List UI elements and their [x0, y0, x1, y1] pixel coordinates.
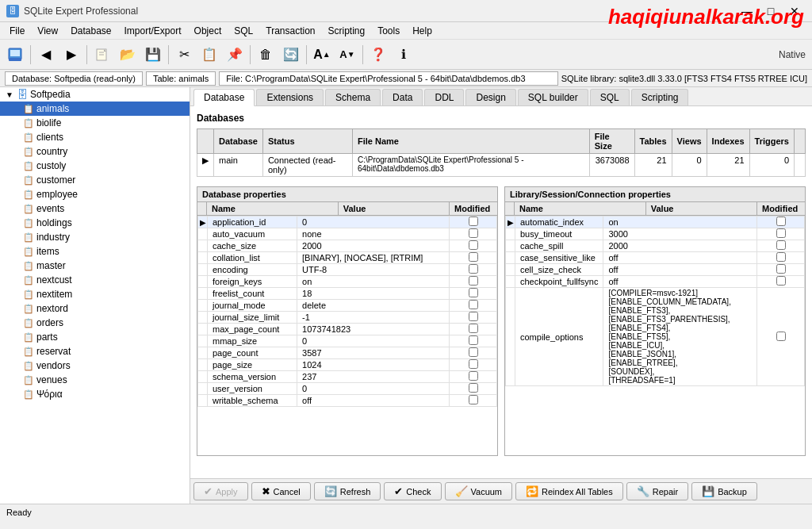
tree-table-clients[interactable]: 📋 clients	[0, 130, 190, 144]
tab-extensions[interactable]: Extensions	[256, 89, 324, 105]
tab-schema[interactable]: Schema	[325, 89, 381, 105]
apply-button[interactable]: ✔ Apply	[193, 482, 248, 500]
tree-table-country[interactable]: 📋 country	[0, 144, 190, 159]
toolbar-cut-btn[interactable]: ✂	[172, 43, 196, 67]
tab-sql[interactable]: SQL	[590, 89, 630, 105]
toolbar-back-btn[interactable]: ◀	[34, 43, 58, 67]
minimize-button[interactable]: —	[736, 3, 758, 19]
menu-transaction[interactable]: Transaction	[259, 24, 321, 38]
tree-table-animals[interactable]: 📋 animals	[0, 102, 190, 116]
toolbar-save-btn[interactable]: 💾	[141, 43, 165, 67]
tree-root[interactable]: ▼ 🗄 Softpedia	[0, 87, 190, 102]
toolbar-refresh-btn[interactable]: 🔄	[279, 43, 303, 67]
menu-view[interactable]: View	[31, 24, 64, 38]
menu-database[interactable]: Database	[64, 24, 117, 38]
toolbar-new-btn[interactable]	[90, 43, 114, 67]
session-props-scroll[interactable]: ▶ automatic_index on busy_timeout 3000 c…	[505, 216, 805, 455]
menu-file[interactable]: File	[3, 24, 31, 38]
tab-database[interactable]: Database	[193, 89, 255, 106]
reindex-button[interactable]: 🔁 Reindex All Tables	[515, 482, 623, 500]
menu-scripting[interactable]: Scripting	[322, 24, 372, 38]
toolbar-font-smaller-btn[interactable]: A▼	[335, 43, 359, 67]
tab-data[interactable]: Data	[382, 89, 423, 105]
tree-table-holdings[interactable]: 📋 holdings	[0, 216, 190, 230]
tree-table-ψόρια[interactable]: 📋 Ψόρια	[0, 387, 190, 401]
dbp-value: 3587	[297, 347, 450, 359]
tree-table-nextord[interactable]: 📋 nextord	[0, 301, 190, 316]
session-prop-row[interactable]: cache_spill 2000	[506, 240, 805, 252]
tree-table-employee[interactable]: 📋 employee	[0, 187, 190, 201]
close-button[interactable]: ✕	[783, 3, 806, 19]
db-prop-row[interactable]: page_count 3587	[198, 347, 497, 359]
tree-table-events[interactable]: 📋 events	[0, 201, 190, 216]
toolbar-copy-btn[interactable]: 📋	[197, 43, 221, 67]
db-col-views: Views	[672, 129, 707, 154]
db-prop-row[interactable]: encoding UTF-8	[198, 264, 497, 276]
tree-table-orders[interactable]: 📋 orders	[0, 316, 190, 330]
db-prop-row[interactable]: collation_list [BINARY], [NOCASE], [RTRI…	[198, 252, 497, 264]
toolbar-help-btn[interactable]: ❓	[366, 43, 390, 67]
toolbar-exit-btn[interactable]	[3, 43, 27, 67]
dbp-arrow	[198, 300, 208, 312]
session-prop-row[interactable]: checkpoint_fullfsync off	[506, 276, 805, 288]
session-prop-row[interactable]: ▶ automatic_index on	[506, 217, 805, 228]
session-prop-row[interactable]: cell_size_check off	[506, 264, 805, 276]
tree-table-master[interactable]: 📋 master	[0, 259, 190, 273]
db-props-scroll[interactable]: ▶ application_id 0 auto_vacuum none cach…	[197, 216, 497, 455]
db-prop-row[interactable]: user_version 0	[198, 383, 497, 395]
db-prop-row[interactable]: auto_vacuum none	[198, 228, 497, 240]
db-prop-row[interactable]: journal_mode delete	[198, 300, 497, 312]
tree-table-reservat[interactable]: 📋 reservat	[0, 344, 190, 358]
db-prop-row[interactable]: max_page_count 1073741823	[198, 324, 497, 335]
toolbar-paste-btn[interactable]: 📌	[223, 43, 247, 67]
check-button[interactable]: ✔ Check	[384, 482, 441, 500]
tab-sql-builder[interactable]: SQL builder	[518, 89, 588, 105]
toolbar-info-btn[interactable]: ℹ	[392, 43, 416, 67]
db-prop-row[interactable]: mmap_size 0	[198, 335, 497, 347]
tree-table-items[interactable]: 📋 items	[0, 244, 190, 259]
cancel-button[interactable]: ✖ Cancel	[251, 482, 311, 500]
backup-button[interactable]: 💾 Backup	[691, 482, 757, 500]
db-prop-row[interactable]: page_size 1024	[198, 359, 497, 371]
tree-table-customer[interactable]: 📋 customer	[0, 173, 190, 187]
tree-table-custoly[interactable]: 📋 custoly	[0, 159, 190, 173]
db-prop-row[interactable]: cache_size 2000	[198, 240, 497, 252]
tab-ddl[interactable]: DDL	[424, 89, 464, 105]
tree-table-nextitem[interactable]: 📋 nextitem	[0, 287, 190, 301]
toolbar-open-btn[interactable]: 📂	[116, 43, 140, 67]
db-prop-row[interactable]: writable_schema off	[198, 395, 497, 407]
toolbar-font-larger-btn[interactable]: A▲	[310, 43, 334, 67]
refresh-button[interactable]: 🔄 Refresh	[314, 482, 381, 500]
tab-scripting[interactable]: Scripting	[631, 89, 689, 105]
toolbar-delete-btn[interactable]: 🗑	[254, 43, 278, 67]
menu-object[interactable]: Object	[188, 24, 228, 38]
session-prop-row[interactable]: busy_timeout 3000	[506, 228, 805, 240]
db-prop-row[interactable]: foreign_keys on	[198, 276, 497, 288]
tree-table-venues[interactable]: 📋 venues	[0, 373, 190, 387]
session-prop-row[interactable]: case_sensitive_like off	[506, 252, 805, 264]
vacuum-button[interactable]: 🧹 Vacuum	[445, 482, 513, 500]
maximize-button[interactable]: □	[760, 3, 782, 19]
menu-import-export[interactable]: Import/Export	[118, 24, 188, 38]
dbp-col-name: Name	[207, 202, 339, 215]
tree-table-vendors[interactable]: 📋 vendors	[0, 358, 190, 373]
tab-design[interactable]: Design	[465, 89, 515, 105]
repair-button[interactable]: 🔧 Repair	[626, 482, 688, 500]
databases-section-title: Databases	[197, 113, 806, 124]
tree-table-industry[interactable]: 📋 industry	[0, 230, 190, 244]
db-row-main[interactable]: ▶ main Connected (read-only) C:\ProgramD…	[197, 154, 806, 177]
tree-table-nextcust[interactable]: 📋 nextcust	[0, 273, 190, 287]
dbp-name: mmap_size	[208, 335, 297, 347]
db-prop-row[interactable]: ▶ application_id 0	[198, 217, 497, 228]
session-prop-row[interactable]: compile_options [COMPILER=msvc-1921] [EN…	[506, 288, 805, 386]
dbp-modified	[450, 395, 497, 407]
tree-table-parts[interactable]: 📋 parts	[0, 330, 190, 344]
db-prop-row[interactable]: schema_version 237	[198, 371, 497, 383]
db-prop-row[interactable]: freelist_count 18	[198, 288, 497, 300]
db-prop-row[interactable]: journal_size_limit -1	[198, 312, 497, 324]
toolbar-fwd-btn[interactable]: ▶	[59, 43, 83, 67]
menu-sql[interactable]: SQL	[228, 24, 259, 38]
menu-help[interactable]: Help	[406, 24, 439, 38]
menu-tools[interactable]: Tools	[371, 24, 406, 38]
tree-table-biolife[interactable]: 📋 biolife	[0, 116, 190, 130]
